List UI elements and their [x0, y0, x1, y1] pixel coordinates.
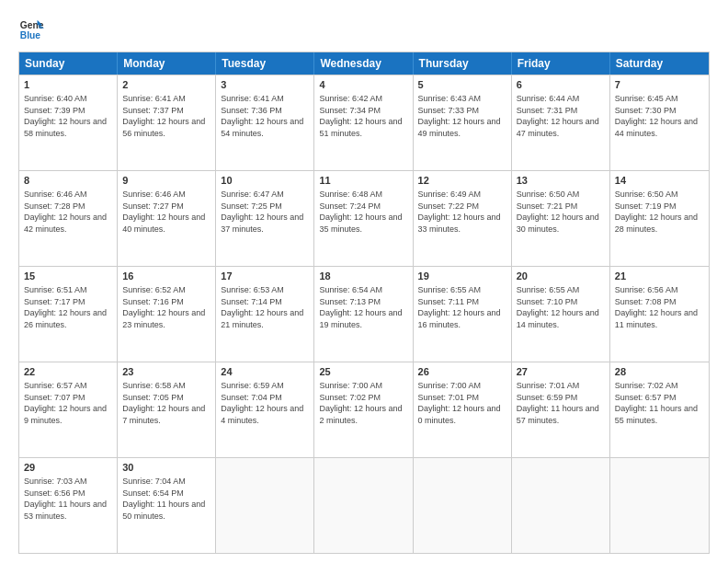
calendar-cell: 28 Sunrise: 7:02 AM Sunset: 6:57 PM Dayl…	[610, 362, 709, 457]
calendar-cell: 5 Sunrise: 6:43 AM Sunset: 7:33 PM Dayli…	[414, 75, 512, 170]
daylight-info: Daylight: 12 hours and 19 minutes.	[319, 308, 402, 329]
day-number: 8	[24, 174, 112, 188]
calendar-cell: 25 Sunrise: 7:00 AM Sunset: 7:02 PM Dayl…	[314, 362, 413, 457]
sunrise-info: Sunrise: 6:54 AM	[319, 285, 382, 294]
daylight-info: Daylight: 12 hours and 42 minutes.	[24, 213, 107, 234]
calendar-cell: 3 Sunrise: 6:41 AM Sunset: 7:36 PM Dayli…	[216, 75, 314, 170]
sunset-info: Sunset: 7:39 PM	[24, 106, 85, 115]
sunrise-info: Sunrise: 6:50 AM	[615, 190, 678, 199]
sunrise-info: Sunrise: 7:03 AM	[24, 477, 87, 486]
sunrise-info: Sunrise: 6:51 AM	[24, 285, 87, 294]
calendar-cell	[610, 458, 709, 553]
calendar-grid: Sunday Monday Tuesday Wednesday Thursday…	[18, 52, 710, 554]
sunset-info: Sunset: 7:24 PM	[319, 201, 381, 211]
calendar-cell: 10 Sunrise: 6:47 AM Sunset: 7:25 PM Dayl…	[216, 171, 314, 266]
sunrise-info: Sunrise: 6:46 AM	[122, 190, 186, 199]
daylight-info: Daylight: 12 hours and 9 minutes.	[24, 404, 107, 425]
day-number: 18	[319, 270, 407, 283]
sunset-info: Sunset: 7:33 PM	[418, 106, 480, 115]
calendar-cell: 27 Sunrise: 7:01 AM Sunset: 6:59 PM Dayl…	[512, 362, 610, 457]
sunset-info: Sunset: 7:08 PM	[615, 297, 677, 306]
day-number: 11	[319, 174, 407, 188]
sunset-info: Sunset: 7:02 PM	[319, 393, 381, 402]
daylight-info: Daylight: 12 hours and 26 minutes.	[24, 308, 107, 329]
daylight-info: Daylight: 12 hours and 30 minutes.	[517, 213, 599, 234]
day-number: 23	[122, 365, 210, 379]
daylight-info: Daylight: 12 hours and 2 minutes.	[319, 404, 402, 425]
calendar-row: 22 Sunrise: 6:57 AM Sunset: 7:07 PM Dayl…	[19, 362, 709, 457]
sunset-info: Sunset: 7:14 PM	[221, 297, 282, 306]
day-number: 3	[221, 78, 309, 92]
daylight-info: Daylight: 12 hours and 37 minutes.	[221, 213, 303, 234]
calendar-cell: 1 Sunrise: 6:40 AM Sunset: 7:39 PM Dayli…	[19, 75, 118, 170]
daylight-info: Daylight: 12 hours and 14 minutes.	[517, 308, 599, 329]
sunrise-info: Sunrise: 6:56 AM	[615, 285, 678, 294]
calendar-cell: 14 Sunrise: 6:50 AM Sunset: 7:19 PM Dayl…	[610, 171, 709, 266]
sunrise-info: Sunrise: 6:58 AM	[122, 381, 186, 390]
day-number: 17	[221, 270, 309, 283]
sunrise-info: Sunrise: 6:43 AM	[418, 94, 482, 103]
calendar-row: 1 Sunrise: 6:40 AM Sunset: 7:39 PM Dayli…	[19, 75, 709, 170]
sunrise-info: Sunrise: 6:42 AM	[319, 94, 382, 103]
sunset-info: Sunset: 7:11 PM	[418, 297, 480, 306]
day-number: 29	[24, 461, 112, 475]
calendar-cell: 26 Sunrise: 7:00 AM Sunset: 7:01 PM Dayl…	[414, 362, 512, 457]
day-number: 20	[517, 270, 605, 283]
sunrise-info: Sunrise: 6:47 AM	[221, 190, 284, 199]
daylight-info: Daylight: 12 hours and 56 minutes.	[122, 117, 205, 138]
calendar-row: 15 Sunrise: 6:51 AM Sunset: 7:17 PM Dayl…	[19, 266, 709, 362]
sunrise-info: Sunrise: 6:49 AM	[418, 190, 482, 199]
daylight-info: Daylight: 12 hours and 23 minutes.	[122, 308, 205, 329]
daylight-info: Daylight: 12 hours and 49 minutes.	[418, 117, 501, 138]
sunset-info: Sunset: 7:34 PM	[319, 106, 381, 115]
sunset-info: Sunset: 7:01 PM	[418, 393, 480, 402]
day-number: 10	[221, 174, 309, 188]
calendar-cell: 21 Sunrise: 6:56 AM Sunset: 7:08 PM Dayl…	[610, 267, 709, 362]
calendar-cell: 24 Sunrise: 6:59 AM Sunset: 7:04 PM Dayl…	[216, 362, 314, 457]
sunrise-info: Sunrise: 6:40 AM	[24, 94, 87, 103]
day-number: 19	[418, 270, 506, 283]
sunset-info: Sunset: 7:27 PM	[122, 201, 184, 211]
sunrise-info: Sunrise: 6:44 AM	[517, 94, 580, 103]
calendar-cell: 12 Sunrise: 6:49 AM Sunset: 7:22 PM Dayl…	[414, 171, 512, 266]
daylight-info: Daylight: 12 hours and 4 minutes.	[221, 404, 303, 425]
sunrise-info: Sunrise: 6:50 AM	[517, 190, 580, 199]
daylight-info: Daylight: 11 hours and 53 minutes.	[24, 500, 107, 521]
day-number: 1	[24, 78, 112, 92]
daylight-info: Daylight: 12 hours and 40 minutes.	[122, 213, 205, 234]
sunset-info: Sunset: 6:57 PM	[615, 393, 677, 402]
sunset-info: Sunset: 7:10 PM	[517, 297, 578, 306]
daylight-info: Daylight: 12 hours and 11 minutes.	[615, 308, 698, 329]
daylight-info: Daylight: 12 hours and 35 minutes.	[319, 213, 402, 234]
calendar-cell	[314, 458, 413, 553]
daylight-info: Daylight: 12 hours and 47 minutes.	[517, 117, 599, 138]
sunset-info: Sunset: 7:36 PM	[221, 106, 282, 115]
day-number: 9	[122, 174, 210, 188]
day-number: 12	[418, 174, 506, 188]
calendar-cell: 17 Sunrise: 6:53 AM Sunset: 7:14 PM Dayl…	[216, 267, 314, 362]
day-number: 21	[615, 270, 704, 283]
day-number: 25	[319, 365, 407, 379]
daylight-info: Daylight: 11 hours and 57 minutes.	[517, 404, 599, 425]
sunrise-info: Sunrise: 6:53 AM	[221, 285, 284, 294]
daylight-info: Daylight: 12 hours and 51 minutes.	[319, 117, 402, 138]
calendar-cell: 6 Sunrise: 6:44 AM Sunset: 7:31 PM Dayli…	[512, 75, 610, 170]
daylight-info: Daylight: 11 hours and 55 minutes.	[615, 404, 698, 425]
sunrise-info: Sunrise: 6:55 AM	[517, 285, 580, 294]
calendar-header: Sunday Monday Tuesday Wednesday Thursday…	[19, 52, 709, 75]
sunset-info: Sunset: 7:30 PM	[615, 106, 677, 115]
calendar-row: 29 Sunrise: 7:03 AM Sunset: 6:56 PM Dayl…	[19, 457, 709, 553]
day-number: 27	[517, 365, 605, 379]
calendar-cell: 9 Sunrise: 6:46 AM Sunset: 7:27 PM Dayli…	[118, 171, 216, 266]
day-number: 16	[122, 270, 210, 283]
day-number: 13	[517, 174, 605, 188]
sunset-info: Sunset: 7:07 PM	[24, 393, 85, 402]
header-saturday: Saturday	[610, 52, 709, 75]
sunrise-info: Sunrise: 6:41 AM	[221, 94, 284, 103]
calendar-cell: 18 Sunrise: 6:54 AM Sunset: 7:13 PM Dayl…	[314, 267, 413, 362]
page-header: General Blue	[18, 17, 710, 42]
header-friday: Friday	[512, 52, 610, 75]
sunset-info: Sunset: 7:04 PM	[221, 393, 282, 402]
day-number: 5	[418, 78, 506, 92]
day-number: 30	[122, 461, 210, 475]
